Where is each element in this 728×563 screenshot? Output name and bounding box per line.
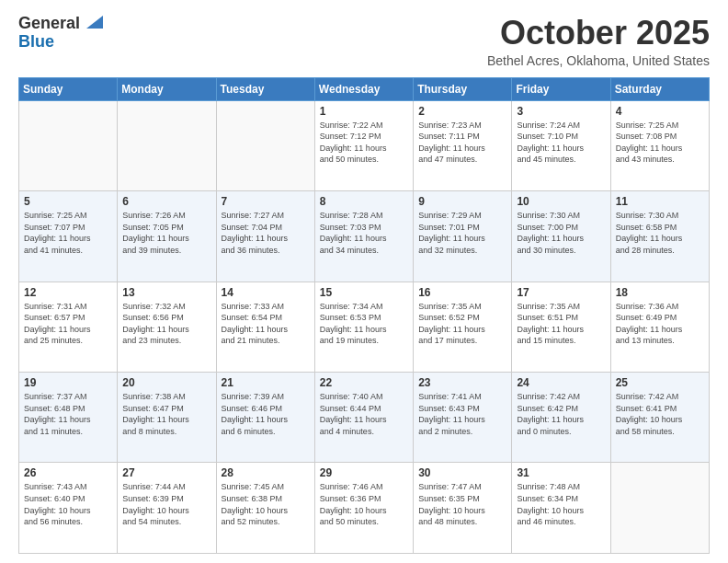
calendar-table: SundayMondayTuesdayWednesdayThursdayFrid… xyxy=(18,77,710,554)
calendar-cell: 4Sunrise: 7:25 AM Sunset: 7:08 PM Daylig… xyxy=(610,100,709,190)
weekday-header-row: SundayMondayTuesdayWednesdayThursdayFrid… xyxy=(19,77,710,100)
calendar-cell: 23Sunrise: 7:41 AM Sunset: 6:43 PM Dayli… xyxy=(414,373,512,463)
calendar-cell: 31Sunrise: 7:48 AM Sunset: 6:34 PM Dayli… xyxy=(512,463,610,554)
day-number: 9 xyxy=(418,195,506,208)
svg-marker-0 xyxy=(86,16,103,29)
day-info: Sunrise: 7:37 AM Sunset: 6:48 PM Dayligh… xyxy=(24,391,112,437)
logo-general-text: General xyxy=(18,15,80,33)
day-number: 28 xyxy=(222,466,310,479)
day-number: 19 xyxy=(24,376,112,389)
month-title: October 2025 xyxy=(487,15,710,52)
day-info: Sunrise: 7:30 AM Sunset: 7:00 PM Dayligh… xyxy=(517,210,605,256)
day-info: Sunrise: 7:25 AM Sunset: 7:08 PM Dayligh… xyxy=(616,120,704,166)
day-info: Sunrise: 7:34 AM Sunset: 6:53 PM Dayligh… xyxy=(320,301,408,347)
day-number: 24 xyxy=(517,376,605,389)
calendar-cell: 17Sunrise: 7:35 AM Sunset: 6:51 PM Dayli… xyxy=(512,282,610,372)
calendar-cell: 29Sunrise: 7:46 AM Sunset: 6:36 PM Dayli… xyxy=(314,463,413,554)
day-info: Sunrise: 7:42 AM Sunset: 6:41 PM Dayligh… xyxy=(616,391,704,437)
calendar-cell: 22Sunrise: 7:40 AM Sunset: 6:44 PM Dayli… xyxy=(314,373,413,463)
day-info: Sunrise: 7:30 AM Sunset: 6:58 PM Dayligh… xyxy=(616,210,704,256)
calendar-cell: 13Sunrise: 7:32 AM Sunset: 6:56 PM Dayli… xyxy=(118,282,216,372)
calendar-cell: 5Sunrise: 7:25 AM Sunset: 7:07 PM Daylig… xyxy=(19,191,118,282)
calendar-cell: 14Sunrise: 7:33 AM Sunset: 6:54 PM Dayli… xyxy=(216,282,314,372)
calendar-cell: 26Sunrise: 7:43 AM Sunset: 6:40 PM Dayli… xyxy=(19,463,118,554)
day-number: 13 xyxy=(122,286,210,299)
day-info: Sunrise: 7:45 AM Sunset: 6:38 PM Dayligh… xyxy=(222,481,310,527)
calendar-cell: 8Sunrise: 7:28 AM Sunset: 7:03 PM Daylig… xyxy=(314,191,413,282)
weekday-header-monday: Monday xyxy=(118,77,216,100)
day-info: Sunrise: 7:23 AM Sunset: 7:11 PM Dayligh… xyxy=(418,120,506,166)
day-number: 15 xyxy=(320,286,408,299)
day-number: 2 xyxy=(418,105,506,118)
calendar-cell: 15Sunrise: 7:34 AM Sunset: 6:53 PM Dayli… xyxy=(314,282,413,372)
logo: General Blue xyxy=(18,15,103,52)
day-number: 14 xyxy=(222,286,310,299)
day-number: 16 xyxy=(418,286,506,299)
weekday-header-tuesday: Tuesday xyxy=(216,77,314,100)
day-info: Sunrise: 7:24 AM Sunset: 7:10 PM Dayligh… xyxy=(517,120,605,166)
day-number: 25 xyxy=(616,376,704,389)
weekday-header-saturday: Saturday xyxy=(610,77,709,100)
day-number: 17 xyxy=(517,286,605,299)
calendar-week-row: 26Sunrise: 7:43 AM Sunset: 6:40 PM Dayli… xyxy=(19,463,710,554)
calendar-cell xyxy=(216,100,314,190)
calendar-week-row: 12Sunrise: 7:31 AM Sunset: 6:57 PM Dayli… xyxy=(19,282,710,372)
header: General Blue October 2025 Bethel Acres, … xyxy=(18,15,710,68)
calendar-cell: 20Sunrise: 7:38 AM Sunset: 6:47 PM Dayli… xyxy=(118,373,216,463)
day-number: 11 xyxy=(616,195,704,208)
calendar-cell: 18Sunrise: 7:36 AM Sunset: 6:49 PM Dayli… xyxy=(610,282,709,372)
day-info: Sunrise: 7:35 AM Sunset: 6:52 PM Dayligh… xyxy=(418,301,506,347)
day-number: 20 xyxy=(122,376,210,389)
day-number: 22 xyxy=(320,376,408,389)
day-info: Sunrise: 7:42 AM Sunset: 6:42 PM Dayligh… xyxy=(517,391,605,437)
day-info: Sunrise: 7:48 AM Sunset: 6:34 PM Dayligh… xyxy=(517,481,605,527)
calendar-cell: 24Sunrise: 7:42 AM Sunset: 6:42 PM Dayli… xyxy=(512,373,610,463)
day-info: Sunrise: 7:33 AM Sunset: 6:54 PM Dayligh… xyxy=(222,301,310,347)
day-number: 8 xyxy=(320,195,408,208)
day-info: Sunrise: 7:22 AM Sunset: 7:12 PM Dayligh… xyxy=(320,120,408,166)
day-info: Sunrise: 7:26 AM Sunset: 7:05 PM Dayligh… xyxy=(122,210,210,256)
day-number: 10 xyxy=(517,195,605,208)
day-info: Sunrise: 7:43 AM Sunset: 6:40 PM Dayligh… xyxy=(24,481,112,527)
day-number: 12 xyxy=(24,286,112,299)
day-info: Sunrise: 7:29 AM Sunset: 7:01 PM Dayligh… xyxy=(418,210,506,256)
day-number: 18 xyxy=(616,286,704,299)
day-info: Sunrise: 7:38 AM Sunset: 6:47 PM Dayligh… xyxy=(122,391,210,437)
calendar-week-row: 1Sunrise: 7:22 AM Sunset: 7:12 PM Daylig… xyxy=(19,100,710,190)
day-info: Sunrise: 7:28 AM Sunset: 7:03 PM Dayligh… xyxy=(320,210,408,256)
day-info: Sunrise: 7:32 AM Sunset: 6:56 PM Dayligh… xyxy=(122,301,210,347)
weekday-header-wednesday: Wednesday xyxy=(314,77,413,100)
day-number: 31 xyxy=(517,466,605,479)
page: General Blue October 2025 Bethel Acres, … xyxy=(0,0,728,563)
calendar-cell: 6Sunrise: 7:26 AM Sunset: 7:05 PM Daylig… xyxy=(118,191,216,282)
calendar-cell: 25Sunrise: 7:42 AM Sunset: 6:41 PM Dayli… xyxy=(610,373,709,463)
calendar-cell: 1Sunrise: 7:22 AM Sunset: 7:12 PM Daylig… xyxy=(314,100,413,190)
calendar-cell: 21Sunrise: 7:39 AM Sunset: 6:46 PM Dayli… xyxy=(216,373,314,463)
calendar-cell: 19Sunrise: 7:37 AM Sunset: 6:48 PM Dayli… xyxy=(19,373,118,463)
calendar-cell xyxy=(610,463,709,554)
calendar-week-row: 5Sunrise: 7:25 AM Sunset: 7:07 PM Daylig… xyxy=(19,191,710,282)
day-info: Sunrise: 7:36 AM Sunset: 6:49 PM Dayligh… xyxy=(616,301,704,347)
day-info: Sunrise: 7:39 AM Sunset: 6:46 PM Dayligh… xyxy=(222,391,310,437)
day-number: 6 xyxy=(122,195,210,208)
calendar-cell: 28Sunrise: 7:45 AM Sunset: 6:38 PM Dayli… xyxy=(216,463,314,554)
day-number: 4 xyxy=(616,105,704,118)
calendar-week-row: 19Sunrise: 7:37 AM Sunset: 6:48 PM Dayli… xyxy=(19,373,710,463)
day-info: Sunrise: 7:27 AM Sunset: 7:04 PM Dayligh… xyxy=(222,210,310,256)
calendar-cell: 7Sunrise: 7:27 AM Sunset: 7:04 PM Daylig… xyxy=(216,191,314,282)
day-info: Sunrise: 7:46 AM Sunset: 6:36 PM Dayligh… xyxy=(320,481,408,527)
day-number: 21 xyxy=(222,376,310,389)
day-number: 23 xyxy=(418,376,506,389)
calendar-cell: 3Sunrise: 7:24 AM Sunset: 7:10 PM Daylig… xyxy=(512,100,610,190)
day-number: 1 xyxy=(320,105,408,118)
calendar-cell: 12Sunrise: 7:31 AM Sunset: 6:57 PM Dayli… xyxy=(19,282,118,372)
day-number: 26 xyxy=(24,466,112,479)
calendar-cell: 9Sunrise: 7:29 AM Sunset: 7:01 PM Daylig… xyxy=(414,191,512,282)
day-info: Sunrise: 7:47 AM Sunset: 6:35 PM Dayligh… xyxy=(418,481,506,527)
day-number: 30 xyxy=(418,466,506,479)
day-info: Sunrise: 7:41 AM Sunset: 6:43 PM Dayligh… xyxy=(418,391,506,437)
calendar-cell: 2Sunrise: 7:23 AM Sunset: 7:11 PM Daylig… xyxy=(414,100,512,190)
title-block: October 2025 Bethel Acres, Oklahoma, Uni… xyxy=(487,15,710,68)
day-number: 5 xyxy=(24,195,112,208)
calendar-cell: 11Sunrise: 7:30 AM Sunset: 6:58 PM Dayli… xyxy=(610,191,709,282)
